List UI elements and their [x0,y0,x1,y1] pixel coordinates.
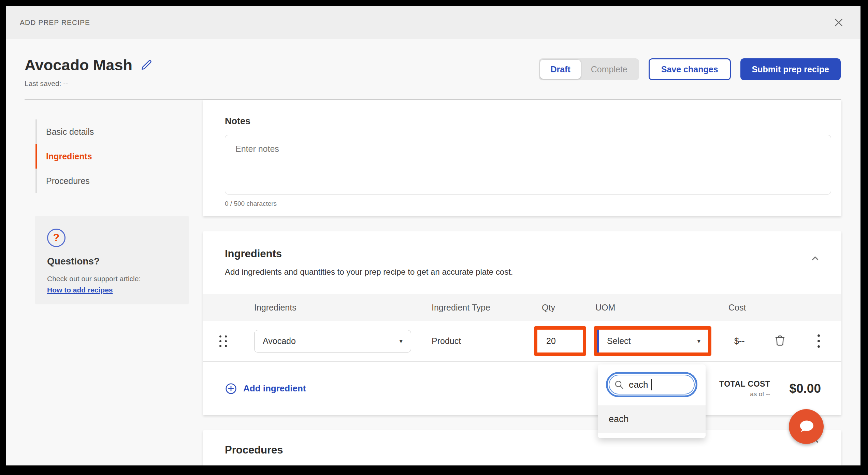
modal-topbar: ADD PREP RECIPE [6,6,860,39]
ingredients-section-title: Ingredients [225,248,820,260]
help-text: Check out our support article: [47,274,177,283]
ingredient-select-value: Avocado [263,336,296,346]
total-cost-value: $0.00 [789,382,821,396]
sidebar-item-procedures[interactable]: Procedures [35,169,203,193]
collapse-ingredients-button[interactable] [810,253,820,265]
ingredients-table-header: Ingredients Ingredient Type Qty UOM Cost [203,294,841,321]
cost-value: $-- [710,336,764,346]
total-cost-label: TOTAL COST [719,379,770,389]
left-sidebar: Basic details Ingredients Procedures ? Q… [6,100,203,304]
ingredients-card: Ingredients Add ingredients and quantiti… [203,231,841,415]
qty-highlight-annotation [534,326,586,356]
col-header-qty: Qty [527,303,587,313]
uom-dropdown-panel: each [598,364,706,438]
total-cost-block: TOTAL COST as of -- $0.00 [719,379,821,398]
qty-input[interactable] [537,330,583,352]
question-mark-icon: ? [47,229,66,247]
row-menu-button[interactable] [818,334,820,348]
ingredient-select[interactable]: Avocado ▾ [254,330,411,352]
how-to-add-recipes-link[interactable]: How to add recipes [47,286,113,294]
total-cost-as-of: as of -- [719,390,770,398]
search-icon [614,379,624,390]
sidebar-item-ingredients[interactable]: Ingredients [35,144,203,169]
chevron-up-icon [810,253,820,263]
help-card: ? Questions? Check out our support artic… [35,216,189,304]
close-icon [833,17,844,28]
close-button[interactable] [832,16,845,29]
ingredient-row: Avocado ▾ Product Select [203,321,841,362]
chat-bubble-icon [797,417,816,436]
submit-prep-recipe-button[interactable]: Submit prep recipe [740,58,841,80]
procedures-section-title: Procedures [225,444,820,456]
toggle-draft[interactable]: Draft [540,60,580,79]
kebab-icon [818,334,820,337]
ingredient-type-value: Product [415,336,527,346]
trash-icon [774,334,786,347]
modal-title: ADD PREP RECIPE [20,18,90,27]
help-title: Questions? [47,256,177,267]
edit-pencil-icon[interactable] [141,59,153,71]
add-ingredient-label: Add ingredient [243,383,306,394]
recipe-header: Avocado Mash Last saved: -- Draft Comple… [6,39,860,88]
section-nav: Basic details Ingredients Procedures [35,119,203,193]
notes-label: Notes [225,116,831,127]
last-saved-text: Last saved: -- [25,80,153,88]
text-cursor [651,379,652,390]
recipe-title-block: Avocado Mash Last saved: -- [25,56,153,88]
uom-highlight-annotation: Select ▾ [594,326,711,356]
recipe-name: Avocado Mash [25,56,132,74]
add-prep-recipe-modal: ADD PREP RECIPE Avocado Mash Last saved:… [6,6,860,465]
save-changes-button[interactable]: Save changes [649,58,731,80]
chevron-down-icon: ▾ [697,337,700,345]
status-toggle: Draft Complete [539,58,639,80]
uom-search-input[interactable] [629,379,651,390]
drag-handle-icon[interactable] [219,335,227,347]
plus-circle-icon [225,383,237,395]
uom-option-each[interactable]: each [598,405,706,433]
delete-row-button[interactable] [774,334,802,348]
chevron-down-icon: ▾ [399,337,403,345]
col-header-cost: Cost [710,303,764,313]
chat-launcher-button[interactable] [789,409,824,444]
uom-select[interactable]: Select ▾ [597,330,708,352]
col-header-ingredient-type: Ingredient Type [415,303,527,313]
toggle-complete[interactable]: Complete [581,60,638,79]
sidebar-item-basic-details[interactable]: Basic details [35,119,203,144]
notes-textarea[interactable] [225,135,831,195]
main-content: Notes 0 / 500 characters Ingredients Add… [203,100,841,465]
notes-card: Notes 0 / 500 characters [203,100,841,216]
uom-select-value: Select [607,336,631,346]
add-ingredient-button[interactable]: Add ingredient [225,383,306,395]
ingredients-section-description: Add ingredients and quantities to your p… [225,267,820,277]
procedures-card: Procedures [203,430,841,465]
col-header-ingredients: Ingredients [254,303,415,313]
uom-search-field[interactable] [606,372,697,397]
notes-char-count: 0 / 500 characters [225,200,831,207]
col-header-uom: UOM [587,303,710,313]
header-actions: Draft Complete Save changes Submit prep … [539,58,841,80]
